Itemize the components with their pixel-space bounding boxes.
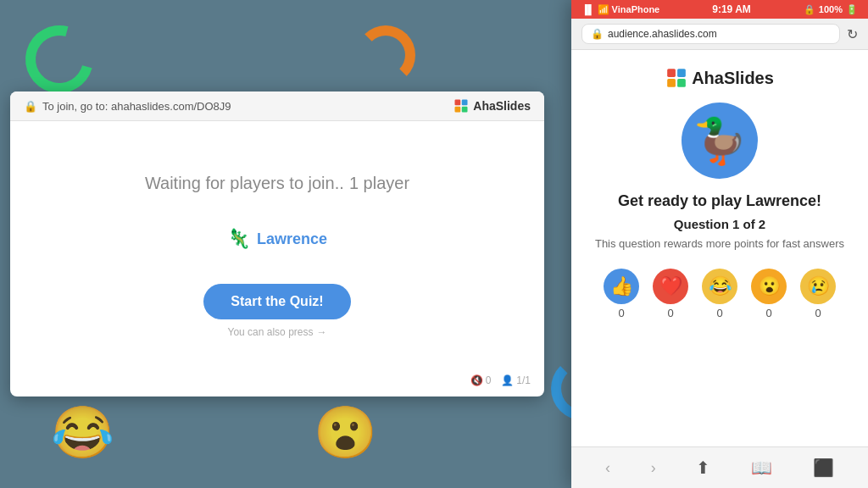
wifi-icon: 📶 — [598, 4, 609, 15]
svg-rect-7 — [677, 79, 686, 87]
mobile-browser-bottom: ‹ › ⬆ 📖 ⬛ — [571, 446, 868, 488]
get-ready-title: Get ready to play Lawrence! — [618, 192, 821, 210]
battery-icon: 🔋 — [846, 4, 858, 15]
reaction-button[interactable]: ❤️ — [653, 269, 688, 304]
desktop-panel: 🔒 To join, go to: ahahaslides.com/DO8J9 … — [10, 92, 544, 396]
mobile-logo-text: AhaSlides — [692, 69, 774, 88]
muted-stat: 🔇 0 — [470, 374, 492, 386]
share-button[interactable]: ⬆ — [689, 454, 717, 481]
mobile-status-bar: ▐▌ 📶 VinaPhone 9:19 AM 🔒 100% 🔋 — [571, 0, 868, 19]
waiting-title: Waiting for players to join.. 1 player — [145, 172, 409, 194]
svg-rect-5 — [677, 69, 686, 77]
panel-content: Waiting for players to join.. 1 player 🦎… — [10, 121, 544, 389]
player-name: Lawrence — [257, 230, 327, 248]
reaction-count: 0 — [815, 307, 821, 319]
reaction-item: 👍0 — [604, 269, 639, 319]
emoji-reactions: 👍0❤️0😂0😮0😢0 — [588, 269, 851, 319]
status-battery: 🔒 100% 🔋 — [804, 4, 858, 15]
reaction-count: 0 — [716, 307, 722, 319]
reaction-count: 0 — [667, 307, 673, 319]
reaction-item: 😮0 — [751, 269, 787, 319]
player-stat-value: 1/1 — [516, 374, 531, 386]
reaction-item: 😂0 — [702, 269, 737, 319]
mobile-panel: ▐▌ 📶 VinaPhone 9:19 AM 🔒 100% 🔋 🔒 audien… — [571, 0, 868, 488]
join-url-text: To join, go to: ahahaslides.com/DO8J9 — [42, 100, 231, 113]
start-quiz-button[interactable]: Start the Quiz! — [203, 284, 350, 319]
panel-footer: 🔇 0 👤 1/1 — [470, 374, 531, 386]
mobile-ahaslides-logo: AhaSlides — [665, 67, 774, 89]
bookmarks-button[interactable]: 📖 — [744, 454, 779, 481]
question-description: This question rewards more points for fa… — [595, 236, 844, 252]
join-info: 🔒 To join, go to: ahahaslides.com/DO8J9 — [24, 100, 231, 113]
logo-text: AhaSlides — [473, 99, 531, 113]
status-carrier: ▐▌ 📶 VinaPhone — [581, 4, 659, 15]
reaction-button[interactable]: 😮 — [751, 269, 787, 304]
question-counter: Question 1 of 2 — [674, 217, 765, 231]
player-list: 🦎 Lawrence — [227, 228, 327, 250]
muted-icon: 🔇 — [470, 374, 483, 386]
reaction-item: ❤️0 — [653, 269, 688, 319]
panel-header: 🔒 To join, go to: ahahaslides.com/DO8J9 … — [10, 92, 544, 121]
tabs-button[interactable]: ⬛ — [806, 454, 841, 481]
player-item: 🦎 Lawrence — [227, 228, 327, 250]
mobile-content: AhaSlides 🦆 Get ready to play Lawrence! … — [571, 50, 868, 446]
status-time: 9:19 AM — [712, 3, 751, 15]
reaction-count: 0 — [765, 307, 771, 319]
player-stat: 👤 1/1 — [501, 374, 531, 386]
svg-rect-6 — [667, 79, 676, 87]
svg-rect-0 — [455, 100, 461, 106]
duck-emoji: 🦆 — [693, 115, 748, 167]
url-lock-icon: 🔒 — [591, 28, 604, 40]
reaction-button[interactable]: 👍 — [604, 269, 639, 304]
mobile-browser-bar: 🔒 audience.ahaslides.com ↻ — [571, 19, 868, 50]
svg-rect-2 — [455, 107, 461, 113]
reaction-count: 0 — [618, 307, 624, 319]
back-button[interactable]: ‹ — [598, 456, 617, 480]
svg-rect-4 — [667, 69, 676, 77]
player-avatar-emoji: 🦎 — [227, 228, 250, 250]
reaction-button[interactable]: 😢 — [800, 269, 836, 304]
duck-avatar: 🦆 — [682, 103, 758, 179]
ahaslides-logo: AhaSlides — [453, 98, 531, 114]
svg-rect-1 — [462, 100, 468, 106]
reaction-item: 😢0 — [800, 269, 836, 319]
battery-percent: 100% — [819, 4, 843, 14]
muted-count: 0 — [486, 374, 492, 386]
lock-icon: 🔒 — [24, 100, 37, 113]
battery-lock-icon: 🔒 — [804, 4, 815, 15]
reaction-button[interactable]: 😂 — [702, 269, 737, 304]
url-text: audience.ahaslides.com — [608, 28, 717, 40]
signal-icon: ▐▌ — [581, 4, 595, 14]
forward-button[interactable]: › — [644, 456, 663, 480]
url-bar[interactable]: 🔒 audience.ahaslides.com — [581, 24, 840, 44]
player-stat-icon: 👤 — [501, 374, 514, 386]
refresh-icon[interactable]: ↻ — [847, 26, 858, 42]
also-press-hint: You can also press → — [228, 326, 327, 338]
svg-rect-3 — [462, 107, 468, 113]
